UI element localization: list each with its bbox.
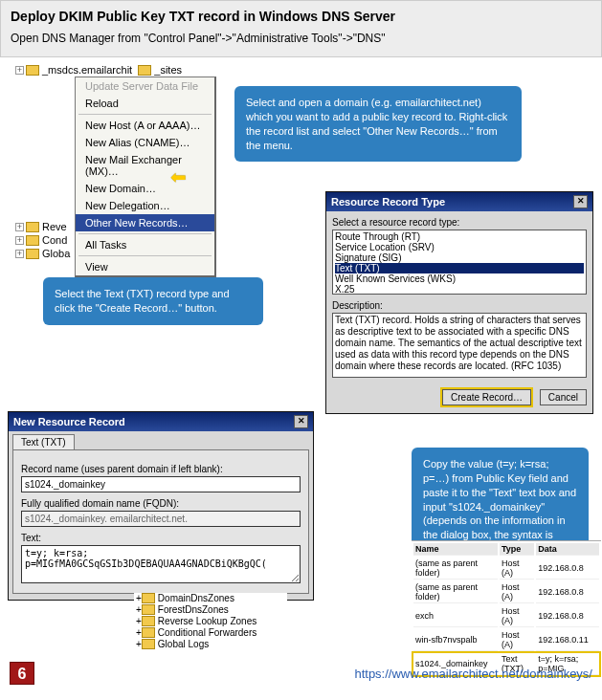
list-item[interactable]: Signature (SIG) [335, 252, 584, 263]
folder-icon [26, 65, 39, 76]
records-table: NameTypeData (same as parent folder)Host… [412, 540, 601, 677]
text-label: Text: [21, 533, 301, 543]
table-row[interactable]: exchHost (A)192.168.0.8 [413, 605, 599, 627]
description-text: Text (TXT) record. Holds a string of cha… [332, 313, 587, 378]
context-menu: Update Server Data File Reload New Host … [75, 77, 216, 277]
record-name-label: Record name (uses parent domain if left … [21, 464, 301, 474]
create-record-button[interactable]: Create Record… [442, 389, 531, 405]
zone-tree: +DomainDnsZones +ForestDnsZones +Reverse… [134, 593, 287, 650]
folder-icon [142, 639, 155, 649]
tree-item[interactable]: Global Logs [158, 639, 209, 649]
menu-item-new-alias[interactable]: New Alias (CNAME)… [76, 134, 214, 151]
folder-icon [26, 249, 39, 259]
footer-url[interactable]: https://www.emailarchitect.net/domainkey… [354, 667, 592, 681]
col-name[interactable]: Name [413, 543, 498, 556]
page-number-badge: 6 [10, 662, 34, 685]
table-row[interactable]: win-sfb7nvspalbHost (A)192.168.0.11 [413, 629, 599, 651]
folder-icon [26, 235, 39, 246]
table-row[interactable]: (same as parent folder)Host (A)192.168.0… [413, 581, 599, 603]
list-item-selected[interactable]: Text (TXT) [335, 263, 584, 273]
fqdn-label: Fully qualified domain name (FQDN): [21, 498, 301, 509]
table-row[interactable]: (same as parent folder)Host (A)192.168.0… [413, 558, 599, 580]
fqdn-field [21, 511, 301, 527]
dialog-title: Resource Record Type [331, 196, 445, 208]
close-icon[interactable]: ✕ [294, 415, 308, 428]
folder-icon [142, 604, 155, 615]
col-data[interactable]: Data [536, 543, 599, 556]
tree-item[interactable]: _sites [154, 64, 182, 76]
cancel-button[interactable]: Cancel [540, 389, 587, 405]
menu-item-view[interactable]: View [76, 258, 214, 275]
folder-icon [142, 627, 155, 638]
expand-icon[interactable]: + [15, 66, 24, 75]
expand-icon[interactable]: + [15, 223, 24, 231]
expand-icon[interactable]: + [15, 250, 24, 258]
record-type-listbox[interactable]: Route Through (RT) Service Location (SRV… [332, 230, 587, 295]
dialog-title: New Resource Record [13, 416, 125, 427]
highlight-arrow-icon: ⬅ [170, 167, 187, 186]
page-canvas: +_msdcs.emailarchit _sites +Reve +Cond +… [0, 57, 602, 689]
new-resource-record-dialog: New Resource Record ✕ Text (TXT) Record … [8, 411, 314, 601]
page-title: Deploy DKIM Public Key TXT record in Win… [11, 9, 591, 24]
tree-item[interactable]: Globa [42, 248, 70, 259]
menu-item-new-mx[interactable]: New Mail Exchanger (MX)… [76, 151, 214, 180]
col-type[interactable]: Type [500, 543, 534, 556]
list-item[interactable]: Route Through (RT) [335, 231, 584, 242]
description-label: Description: [332, 300, 587, 311]
tree-item[interactable]: _msdcs.emailarchit [42, 64, 132, 76]
menu-item-reload[interactable]: Reload [76, 95, 214, 112]
list-item[interactable]: Well Known Services (WKS) [335, 273, 584, 284]
footer: 6 https://www.emailarchitect.net/domaink… [0, 658, 602, 689]
callout-2: Select the Text (TXT) record type and cl… [43, 277, 263, 325]
menu-item-all-tasks[interactable]: All Tasks [76, 236, 214, 253]
tree-item[interactable]: Reverse Lookup Zones [158, 616, 256, 626]
tree-item[interactable]: Reve [42, 221, 67, 232]
folder-icon [142, 616, 155, 626]
record-name-input[interactable] [21, 476, 301, 492]
tree-item[interactable]: Conditional Forwarders [158, 627, 256, 638]
tab-txt[interactable]: Text (TXT) [12, 434, 75, 449]
tree-item[interactable]: Cond [42, 234, 67, 246]
list-item[interactable]: Service Location (SRV) [335, 242, 584, 252]
page-header: Deploy DKIM Public Key TXT record in Win… [0, 0, 602, 57]
folder-icon [142, 593, 155, 603]
expand-icon[interactable]: + [15, 236, 24, 245]
menu-item-new-domain[interactable]: New Domain… [76, 180, 214, 197]
text-input[interactable]: t=y; k=rsa; p=MIGfMA0GCSqGSIb3DQEBAQUAA4… [21, 545, 301, 583]
list-item[interactable]: X.25 [335, 284, 584, 295]
page-subtitle: Open DNS Manager from "Control Panel"->"… [11, 32, 591, 45]
resource-record-type-dialog: Resource Record Type ✕ Select a resource… [325, 191, 593, 414]
tree-item[interactable]: DomainDnsZones [158, 593, 234, 603]
close-icon[interactable]: ✕ [573, 195, 588, 208]
folder-icon [138, 65, 151, 76]
folder-icon [26, 222, 39, 232]
select-type-label: Select a resource record type: [332, 217, 587, 228]
menu-item-new-host[interactable]: New Host (A or AAAA)… [76, 117, 214, 134]
callout-1: Select and open a domain (e.g. emailarch… [234, 86, 522, 162]
menu-item-new-delegation[interactable]: New Delegation… [76, 197, 214, 214]
tree-item[interactable]: ForestDnsZones [158, 604, 229, 615]
menu-item-other-new-records[interactable]: Other New Records… [76, 214, 214, 231]
menu-item-update: Update Server Data File [76, 77, 214, 95]
